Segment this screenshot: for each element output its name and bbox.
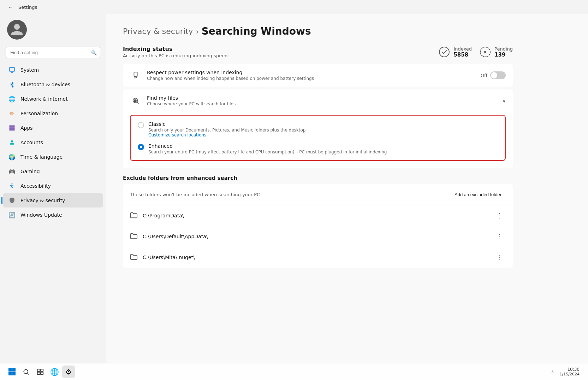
svg-rect-1 xyxy=(10,125,12,128)
sidebar-item-label: Windows Update xyxy=(20,212,62,218)
enhanced-radio[interactable] xyxy=(138,144,144,150)
breadcrumb-current: Searching Windows xyxy=(202,25,311,37)
classic-radio[interactable] xyxy=(138,122,144,128)
svg-rect-2 xyxy=(12,125,15,128)
sidebar-item-system[interactable]: System xyxy=(3,63,103,77)
folder-path-3: C:\Users\Mita\.nuget\ xyxy=(143,255,489,260)
sidebar-item-label: Network & internet xyxy=(20,96,68,102)
titlebar-title: Settings xyxy=(18,5,37,10)
system-icon xyxy=(8,66,16,74)
taskbar-left: 🌐 ⚙️ xyxy=(6,366,75,378)
time-icon: 🌍 xyxy=(8,153,16,160)
breadcrumb: Privacy & security › Searching Windows xyxy=(123,25,513,37)
sidebar-item-apps[interactable]: Apps xyxy=(3,121,103,135)
svg-point-6 xyxy=(12,183,13,185)
indexing-status-subtitle: Activity on this PC is reducing indexing… xyxy=(123,53,228,58)
power-settings-text: Respect power settings when indexing Cha… xyxy=(147,70,475,81)
classic-option[interactable]: Classic Search only your Documents, Pict… xyxy=(138,121,498,138)
indexed-stat: Indexed 5858 xyxy=(438,46,472,58)
find-files-icon xyxy=(130,95,141,106)
main-content: Privacy & security › Searching Windows I… xyxy=(106,14,588,363)
taskbar-settings-button[interactable]: ⚙️ xyxy=(62,366,75,378)
folder-menu-button-2[interactable]: ⋮ xyxy=(494,231,506,242)
taskbar-search-button[interactable] xyxy=(20,366,32,378)
taskbar-browser-button[interactable]: 🌐 xyxy=(48,366,61,378)
find-files-title: Find my files xyxy=(147,95,497,101)
sidebar-item-label: System xyxy=(20,67,39,73)
svg-rect-3 xyxy=(10,128,12,131)
folder-menu-button-3[interactable]: ⋮ xyxy=(494,252,506,263)
svg-rect-12 xyxy=(134,100,136,102)
sidebar-item-label: Bluetooth & devices xyxy=(20,82,70,87)
enhanced-title: Enhanced xyxy=(148,143,387,149)
power-subtitle: Change how and when indexing happens bas… xyxy=(147,76,475,81)
exclude-header-text: These folders won't be included when sea… xyxy=(130,192,260,197)
apps-icon xyxy=(8,124,16,131)
svg-point-9 xyxy=(484,51,486,53)
power-settings-card: Respect power settings when indexing Cha… xyxy=(123,64,513,87)
enhanced-desc: Search your entire PC (may affect batter… xyxy=(148,150,387,154)
power-toggle[interactable] xyxy=(490,71,506,79)
user-profile[interactable] xyxy=(0,14,106,45)
svg-rect-4 xyxy=(12,128,15,131)
search-input[interactable] xyxy=(6,47,100,58)
sidebar-item-bluetooth[interactable]: Bluetooth & devices xyxy=(3,77,103,92)
customize-link[interactable]: Customize search locations xyxy=(148,133,305,138)
sidebar-item-accounts[interactable]: Accounts xyxy=(3,135,103,150)
bluetooth-icon xyxy=(8,81,16,88)
back-button[interactable]: ← xyxy=(6,2,16,12)
enhanced-option[interactable]: Enhanced Search your entire PC (may affe… xyxy=(138,143,498,154)
indexing-status-section: Indexing status Activity on this PC is r… xyxy=(123,46,513,58)
svg-point-7 xyxy=(439,47,449,57)
exclude-folders-card: These folders won't be included when sea… xyxy=(123,184,513,268)
svg-rect-21 xyxy=(41,372,43,374)
sidebar-item-accessibility[interactable]: Accessibility xyxy=(3,179,103,193)
find-files-header[interactable]: Find my files Choose where your PC will … xyxy=(123,89,513,112)
sidebar-item-personalization[interactable]: ✏️ Personalization xyxy=(3,106,103,121)
folder-path-2: C:\Users\Default\AppData\ xyxy=(143,234,489,239)
svg-point-5 xyxy=(11,140,13,142)
exclude-section-label: Exclude folders from enhanced search xyxy=(123,175,513,181)
pending-icon xyxy=(479,46,492,58)
add-excluded-folder-button[interactable]: Add an excluded folder xyxy=(450,190,506,199)
system-tray-expand[interactable]: ∧ xyxy=(550,369,556,374)
time-display: 10:30 xyxy=(560,367,580,372)
chevron-up-icon: ∧ xyxy=(502,98,506,104)
classic-desc: Search only your Documents, Pictures, an… xyxy=(148,128,305,133)
folder-menu-button-1[interactable]: ⋮ xyxy=(494,210,506,221)
svg-rect-19 xyxy=(41,369,43,372)
classic-title: Classic xyxy=(148,121,305,127)
start-button[interactable] xyxy=(6,366,18,378)
find-files-subtitle: Choose where your PC will search for fil… xyxy=(147,101,497,106)
folder-icon-2 xyxy=(130,232,138,241)
sidebar-item-time[interactable]: 🌍 Time & language xyxy=(3,150,103,164)
svg-rect-16 xyxy=(12,372,16,375)
indexed-info: Indexed 5858 xyxy=(453,46,472,58)
sidebar-item-privacy[interactable]: Privacy & security xyxy=(3,193,103,207)
network-icon: 🌐 xyxy=(8,95,16,103)
sidebar-nav: System Bluetooth & devices 🌐 Network & i… xyxy=(0,61,106,360)
svg-rect-20 xyxy=(37,372,40,374)
indexed-value: 5858 xyxy=(453,52,472,58)
pending-label: Pending xyxy=(494,46,513,52)
gaming-icon: 🎮 xyxy=(8,168,16,175)
taskbar-taskview-button[interactable] xyxy=(34,366,47,378)
enhanced-text: Enhanced Search your entire PC (may affe… xyxy=(148,143,387,154)
indexing-status-title: Indexing status xyxy=(123,46,228,52)
sidebar-item-label: Gaming xyxy=(20,169,40,174)
svg-rect-15 xyxy=(8,372,12,375)
sidebar-item-label: Personalization xyxy=(20,111,58,116)
find-my-files-card: Find my files Choose where your PC will … xyxy=(123,89,513,168)
sidebar-item-network[interactable]: 🌐 Network & internet xyxy=(3,92,103,106)
app-body: 🔍 System Bluetooth xyxy=(0,14,588,363)
sidebar-item-windowsupdate[interactable]: 🔄 Windows Update xyxy=(3,208,103,222)
privacy-icon xyxy=(8,197,16,204)
taskbar-right: ∧ 10:30 1/15/2024 xyxy=(550,367,582,376)
date-display: 1/15/2024 xyxy=(560,372,580,376)
sidebar-item-gaming[interactable]: 🎮 Gaming xyxy=(3,164,103,179)
taskbar-clock[interactable]: 10:30 1/15/2024 xyxy=(557,367,582,376)
breadcrumb-parent[interactable]: Privacy & security xyxy=(123,27,193,36)
personalization-icon: ✏️ xyxy=(8,110,16,117)
avatar xyxy=(7,20,27,40)
find-files-text: Find my files Choose where your PC will … xyxy=(147,95,497,106)
